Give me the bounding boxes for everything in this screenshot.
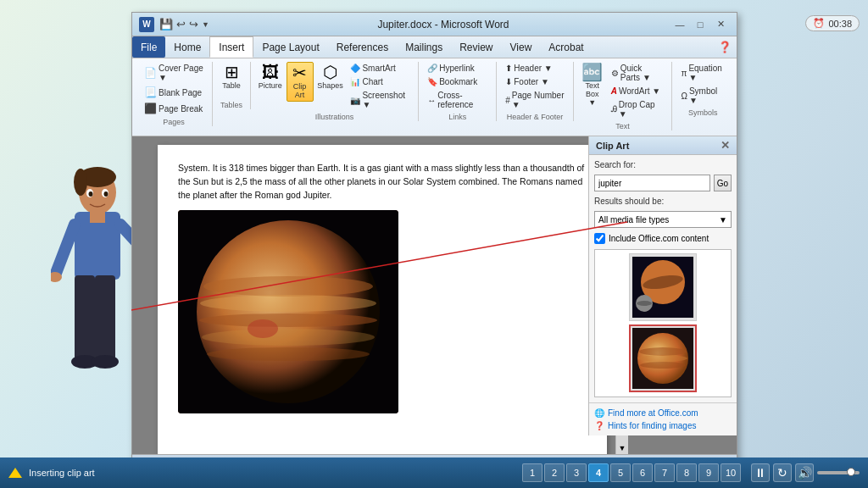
pages-label: Pages: [163, 118, 185, 126]
menu-file[interactable]: File: [132, 36, 165, 58]
media-type-dropdown[interactable]: All media file types ▼: [594, 211, 732, 228]
quick-access-toolbar[interactable]: 💾 ↩ ↪ ▼: [159, 18, 209, 30]
page-btn-6[interactable]: 6: [632, 463, 653, 482]
tables-buttons: ⊞ Table: [218, 62, 245, 99]
clipart-result-2[interactable]: [629, 324, 697, 392]
minimize-button[interactable]: —: [670, 17, 689, 32]
clipart-result-1[interactable]: [629, 253, 697, 321]
equation-button[interactable]: π Equation ▼: [677, 62, 728, 84]
page-btn-8[interactable]: 8: [676, 463, 697, 482]
picture-button[interactable]: 🖼 Picture: [256, 62, 285, 92]
bookmark-button[interactable]: 🔖 Bookmark: [424, 75, 491, 88]
page-number-button[interactable]: # Page Number ▼: [502, 89, 568, 111]
clip-art-button[interactable]: ✂ ClipArt: [287, 62, 314, 102]
ribbon-group-header-footer: ⬆ Header ▼ ⬇ Footer ▼ # Page Number ▼ He…: [497, 62, 574, 121]
menu-home[interactable]: Home: [165, 36, 209, 58]
include-office-checkbox[interactable]: [594, 233, 605, 244]
clipart-titlebar: Clip Art ✕: [589, 136, 737, 155]
svg-point-23: [202, 329, 375, 346]
svg-point-34: [639, 347, 687, 356]
dropcap-button[interactable]: Ꭿ Drop Cap ▼: [608, 98, 667, 120]
symbols-label: Symbols: [688, 108, 718, 117]
ribbon-group-links: 🔗 Hyperlink 🔖 Bookmark ↔ Cross-reference…: [419, 62, 497, 121]
taskbar-pages[interactable]: 1 2 3 4 5 6 7 8 9 10: [522, 463, 741, 482]
document-page: System. It is 318 times bigger than Eart…: [158, 145, 607, 454]
cover-page-icon: 📄: [144, 67, 157, 79]
page-break-button[interactable]: ⬛ Page Break: [141, 101, 207, 116]
hints-link[interactable]: ❓ Hints for finding images: [594, 419, 732, 432]
time-display: ⏰ 00:38: [805, 15, 860, 31]
screenshot-button[interactable]: 📷 Screenshot ▼: [347, 89, 413, 111]
textbox-icon: 🔤: [581, 64, 603, 80]
search-input[interactable]: [594, 175, 710, 191]
symbol-button[interactable]: Ω Symbol ▼: [677, 85, 728, 107]
page-btn-1[interactable]: 1: [522, 463, 542, 482]
svg-point-2: [74, 169, 87, 196]
smartart-icon: 🔷: [350, 64, 360, 73]
window-controls[interactable]: — □ ✕: [670, 17, 730, 32]
undo-icon[interactable]: ↩: [176, 18, 186, 30]
page-btn-7[interactable]: 7: [654, 463, 675, 482]
title-bar: W 💾 ↩ ↪ ▼ Jupiter.docx - Microsoft Word …: [132, 13, 737, 36]
svg-point-31: [637, 301, 652, 306]
symbols-buttons: π Equation ▼ Ω Symbol ▼: [677, 62, 728, 107]
quick-parts-button[interactable]: ⚙ Quick Parts ▼: [608, 62, 667, 84]
textbox-button[interactable]: 🔤 TextBox ▼: [579, 62, 606, 108]
symbol-icon: Ω: [681, 92, 687, 101]
hyperlink-icon: 🔗: [427, 64, 437, 73]
blank-page-button[interactable]: 📃 Blank Page: [141, 85, 207, 100]
links-buttons: 🔗 Hyperlink 🔖 Bookmark ↔ Cross-reference: [424, 62, 491, 111]
help-icon[interactable]: ❓: [718, 41, 732, 53]
scroll-down-btn[interactable]: ▼: [619, 444, 626, 452]
hyperlink-button[interactable]: 🔗 Hyperlink: [424, 62, 491, 75]
cross-reference-button[interactable]: ↔ Cross-reference: [424, 89, 491, 111]
clipart-close-button[interactable]: ✕: [721, 139, 730, 152]
page-btn-3[interactable]: 3: [566, 463, 587, 482]
search-label: Search for:: [594, 160, 732, 169]
menu-bar: File Home Insert Page Layout References …: [132, 36, 737, 58]
page-btn-5[interactable]: 5: [610, 463, 631, 482]
svg-point-15: [89, 191, 93, 197]
document-text: System. It is 318 times bigger than Eart…: [178, 162, 587, 202]
menu-insert[interactable]: Insert: [209, 36, 253, 58]
footer-button[interactable]: ⬇ Footer ▼: [502, 75, 568, 88]
chart-button[interactable]: 📊 Chart: [347, 75, 413, 88]
include-office-row: Include Office.com content: [594, 233, 732, 244]
pause-button[interactable]: ⏸: [751, 463, 770, 482]
wordart-button[interactable]: A WordArt ▼: [608, 85, 667, 97]
volume-thumb[interactable]: [847, 468, 855, 476]
ribbon-group-pages: 📄 Cover Page ▼ 📃 Blank Page ⬛ Page Break…: [136, 62, 213, 126]
maximize-button[interactable]: □: [691, 17, 709, 32]
menu-acrobat[interactable]: Acrobat: [540, 36, 592, 58]
quick-parts-icon: ⚙: [611, 69, 619, 78]
cover-page-button[interactable]: 📄 Cover Page ▼: [141, 62, 207, 84]
menu-view[interactable]: View: [502, 36, 541, 58]
page-btn-4[interactable]: 4: [588, 463, 609, 482]
equation-icon: π: [681, 69, 687, 78]
shapes-icon: ⬡: [323, 64, 337, 80]
close-button[interactable]: ✕: [711, 17, 730, 32]
page-btn-10[interactable]: 10: [721, 463, 741, 482]
screenshot-icon: 📷: [350, 96, 360, 105]
volume-slider[interactable]: [817, 471, 860, 474]
go-button[interactable]: Go: [714, 175, 732, 191]
volume-button[interactable]: 🔊: [795, 463, 814, 482]
dropdown-icon[interactable]: ▼: [202, 20, 209, 29]
save-icon[interactable]: 💾: [159, 18, 173, 30]
header-button[interactable]: ⬆ Header ▼: [502, 62, 568, 75]
shapes-button[interactable]: ⬡ Shapes: [315, 62, 346, 92]
redo-icon[interactable]: ↪: [189, 18, 198, 30]
page-btn-2[interactable]: 2: [544, 463, 565, 482]
smartart-button[interactable]: 🔷 SmartArt: [347, 62, 413, 75]
table-button[interactable]: ⊞ Table: [218, 62, 245, 92]
find-more-link[interactable]: 🌐 Find more at Office.com: [594, 407, 732, 419]
page-btn-9[interactable]: 9: [698, 463, 719, 482]
menu-pagelayout[interactable]: Page Layout: [253, 36, 327, 58]
refresh-button[interactable]: ↻: [773, 463, 792, 482]
svg-point-16: [104, 191, 108, 197]
menu-review[interactable]: Review: [451, 36, 501, 58]
header-footer-col: ⬆ Header ▼ ⬇ Footer ▼ # Page Number ▼: [502, 62, 568, 111]
menu-mailings[interactable]: Mailings: [397, 36, 451, 58]
taskbar-media-controls[interactable]: ⏸ ↻ 🔊: [751, 463, 860, 482]
menu-references[interactable]: References: [328, 36, 397, 58]
